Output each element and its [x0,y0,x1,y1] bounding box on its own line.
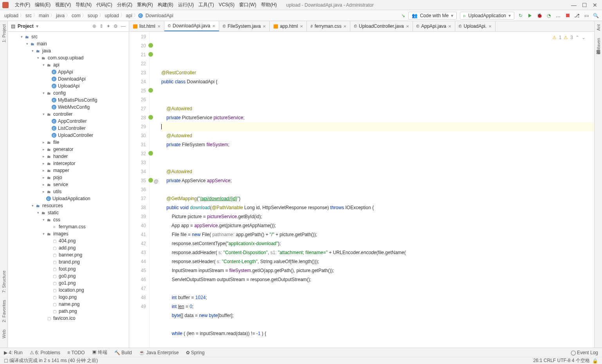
hide-icon[interactable]: — [121,23,126,29]
project-structure-icon[interactable]: ▭ [583,13,589,19]
rail-web[interactable]: Web [2,330,6,338]
debug-icon[interactable]: 🐞 [536,13,543,19]
menu-视图(V)[interactable]: 视图(V) [53,2,73,7]
tree-node[interactable]: CAppController [8,118,129,125]
select-opened-icon[interactable]: ⊕ [92,23,96,29]
menu-编辑(E)[interactable]: 编辑(E) [32,2,53,7]
tree-node[interactable]: ▾🖿config [8,90,129,97]
editor-tab[interactable]: ©UploadController.java✕ [350,21,413,31]
tree-node[interactable]: CAppApi [8,68,129,75]
tree-node[interactable]: ▢go1.png [8,280,129,287]
status-right[interactable]: 26:1 CRLF UTF-8 4 个空格 [533,357,590,364]
tree-node[interactable]: ▢add.png [8,244,129,251]
breadcrumb-item[interactable]: main [38,13,50,18]
menu-代码(C)[interactable]: 代码(C) [94,2,115,7]
code-with-me-button[interactable]: 👥Code with Me▾ [408,12,457,20]
breadcrumb-item[interactable]: api [125,13,133,18]
tool-run[interactable]: ▶ 4: Run [4,350,23,355]
tree-node[interactable]: ▢404.png [8,237,129,244]
tree-node[interactable]: ▾🖿resources [8,202,129,209]
close-icon[interactable]: ✕ [593,2,597,8]
tree-node[interactable]: ▸🖿hander [8,153,129,160]
menu-导航(N)[interactable]: 导航(N) [73,2,94,7]
editor-tab[interactable]: ©AppApi.java✕ [413,21,455,31]
project-tree[interactable]: ▾🖿src▾🖿main▾🖿java▾🖿com.soup.upload▾🖿apiC… [8,32,129,348]
tree-node[interactable]: ▢go0.png [8,273,129,280]
menu-帮助(H)[interactable]: 帮助(H) [259,2,279,7]
run-config-selector[interactable]: ▹UploadApplication▾ [460,12,514,20]
profile-icon[interactable]: … [555,13,561,19]
rail-structure[interactable]: 7: Structure [2,271,6,293]
tree-node[interactable]: CDownloadApi [8,75,129,82]
tree-node[interactable]: ▸🖿service [8,181,129,188]
tree-node[interactable]: ▸🖿interceptor [8,160,129,167]
tree-node[interactable]: ▸🖿utils [8,188,129,195]
menu-重构(R)[interactable]: 重构(R) [135,2,155,7]
coverage-icon[interactable]: ◔ [546,13,552,19]
tree-node[interactable]: ▸🖿generator [8,146,129,153]
rerun-icon[interactable]: ↻ [517,13,524,19]
vcs-icon[interactable]: ⎇ [574,13,580,19]
tree-node[interactable]: ≡ferryman.css [8,223,129,230]
run-icon[interactable] [527,13,533,19]
tree-node[interactable]: ▾🖿src [8,33,129,40]
breadcrumb-item[interactable]: java [55,13,66,18]
inspection-widget[interactable]: ⚠1 ⚠3 ⌃⌄ [552,33,586,42]
maximize-icon[interactable]: ☐ [582,2,587,8]
menu-工具(T)[interactable]: 工具(T) [196,2,216,7]
tree-node[interactable]: ▾🖿api [8,61,129,68]
tool-terminal[interactable]: ▣ 终端 [92,349,107,356]
menu-VCS(S)[interactable]: VCS(S) [216,2,237,7]
tool-todo[interactable]: ≡ TODO [67,350,85,355]
tree-node[interactable]: ▢location.png [8,287,129,294]
tree-node[interactable]: CUploadApi [8,82,129,90]
editor-tab[interactable]: ©FileSystem.java✕ [219,21,270,31]
rail-maven[interactable]: Maven [596,38,601,51]
settings-icon[interactable]: ⚙ [114,23,118,29]
tree-node[interactable]: ▸🖿pojo [8,174,129,181]
expand-icon[interactable]: ⇕ [99,23,103,29]
menu-窗口(W)[interactable]: 窗口(W) [237,2,258,7]
breadcrumb-item[interactable]: soup [87,13,99,18]
breadcrumb-item[interactable]: upload [104,13,120,18]
tree-node[interactable]: ▸🖿file [8,139,129,146]
minimize-icon[interactable]: — [571,2,577,8]
tree-node[interactable]: CUploadController [8,132,129,139]
tool-build[interactable]: 🔨 Build [114,350,132,355]
event-log[interactable]: ◯ Event Log [571,350,598,355]
tree-node[interactable]: ▢favicon.ico [8,315,129,322]
lock-icon[interactable]: 🔒 [592,358,598,364]
tool-problems[interactable]: ⚠ 6: Problems [30,350,60,355]
tree-node[interactable]: CUploadApplication [8,195,129,202]
tree-node[interactable]: ▾🖿css [8,216,129,223]
rail-project[interactable]: 1: Project [2,24,6,42]
tool-spring[interactable]: ✿ Spring [186,350,205,355]
editor-tab[interactable]: #ferryman.css✕ [307,21,350,31]
tree-node[interactable]: ▾🖿images [8,230,129,237]
editor-tab[interactable]: ©DownloadApi.java✕ [164,21,219,31]
tree-node[interactable]: ▾🖿main [8,40,129,47]
tree-node[interactable]: ▢logo.png [8,294,129,301]
tree-node[interactable]: ▾🖿com.soup.upload [8,54,129,61]
rail-ant[interactable]: Ant [596,24,601,31]
editor-tab[interactable]: 🟧app.html✕ [270,21,307,31]
tree-node[interactable]: ▾🖿java [8,47,129,54]
tree-node[interactable]: ▾🖿controller [8,111,129,118]
tree-node[interactable]: CWebMvcConfig [8,104,129,111]
rail-favorites[interactable]: 2: Favorites [2,300,6,322]
collapse-icon[interactable]: ✦ [106,23,110,29]
breadcrumb-item[interactable]: DownloadApi [144,13,175,18]
line-gutter[interactable]: 1920212223242526272829303132333435@36373… [129,32,150,348]
tree-node[interactable]: ▸🖿mapper [8,167,129,174]
tree-node[interactable]: ▾🖿static [8,209,129,216]
code-editor[interactable]: ⚠1 ⚠3 ⌃⌄ @RestControllerpublic class Dow… [150,32,594,348]
menu-运行(U)[interactable]: 运行(U) [176,2,196,7]
search-icon[interactable]: 🔍 [593,13,599,19]
stop-icon[interactable] [564,13,571,19]
breadcrumb-item[interactable]: upload [3,13,20,18]
menu-文件(F)[interactable]: 文件(F) [13,2,32,7]
breadcrumb-item[interactable]: src [24,13,33,18]
breadcrumb-item[interactable]: com [70,13,82,18]
tree-node[interactable]: ▢path.png [8,308,129,315]
tree-node[interactable]: CMyBatisPlusConfig [8,97,129,104]
